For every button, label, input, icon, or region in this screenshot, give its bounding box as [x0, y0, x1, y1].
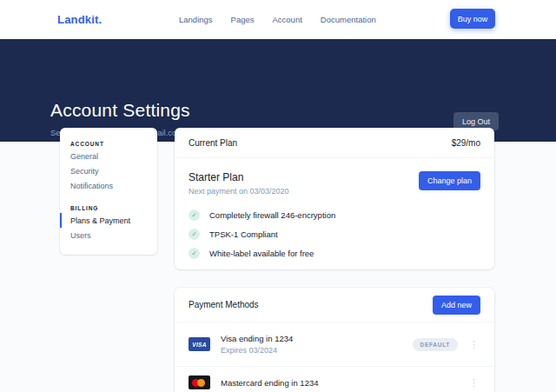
- nav-item-documentation[interactable]: Documentation: [321, 15, 376, 24]
- mastercard-logo: [189, 375, 210, 389]
- table-row: VISA Visa ending in 1234 Expires 03/2024…: [175, 322, 494, 367]
- nav-item-account[interactable]: Account: [273, 15, 302, 24]
- mastercard-orange-circle: [197, 379, 205, 387]
- sidebar-item-general[interactable]: General: [60, 149, 157, 163]
- current-plan-card: Current Plan $29/mo Starter Plan Next pa…: [175, 128, 494, 269]
- payment-methods-card: Payment Methods Add new VISA Visa ending…: [175, 288, 494, 392]
- page-title: Account Settings: [50, 100, 190, 121]
- table-row: Mastercard ending in 1234 ⋮: [175, 367, 494, 392]
- feature-label: Completely firewall 246-encryption: [209, 210, 335, 220]
- sidebar-item-plans-payment[interactable]: Plans & Payment: [60, 213, 157, 228]
- add-new-button[interactable]: Add new: [433, 296, 480, 315]
- feature-label: TPSK-1 Compliant: [209, 229, 278, 239]
- card-expiry: Expires 03/2024: [221, 346, 293, 355]
- check-circle-icon: ✓: [189, 209, 200, 221]
- buy-now-button[interactable]: Buy now: [450, 9, 495, 29]
- plan-summary-row: Starter Plan Next payment on 03/03/2020 …: [189, 171, 480, 196]
- sidebar-item-security[interactable]: Security: [60, 163, 157, 178]
- sidebar-heading-billing: BILLING: [60, 205, 157, 213]
- check-circle-icon: ✓: [189, 248, 200, 259]
- card-info: Mastercard ending in 1234: [221, 378, 319, 388]
- settings-sidebar: ACCOUNT General Security Notifications B…: [60, 128, 157, 255]
- plan-price: $29/mo: [452, 138, 480, 148]
- hero-banner: Account Settings Settings for dhgamache@…: [0, 39, 556, 142]
- visa-logo: VISA: [189, 337, 210, 351]
- brand-logo[interactable]: Landkit.: [57, 0, 102, 39]
- sidebar-item-users[interactable]: Users: [60, 228, 157, 243]
- list-item: ✓ TPSK-1 Compliant: [189, 229, 480, 240]
- card-actions: ⋮: [467, 376, 480, 389]
- payment-methods-header: Payment Methods Add new: [175, 288, 494, 322]
- current-plan-title: Current Plan: [189, 138, 237, 148]
- plan-features-list: ✓ Completely firewall 246-encryption ✓ T…: [189, 209, 480, 259]
- status-badge: DEFAULT: [413, 338, 458, 351]
- list-item: ✓ Completely firewall 246-encryption: [189, 209, 480, 221]
- payment-methods-title: Payment Methods: [189, 300, 259, 309]
- kebab-menu-icon[interactable]: ⋮: [467, 376, 480, 389]
- change-plan-button[interactable]: Change plan: [419, 171, 480, 190]
- navbar: Landkit. Landings Pages Account Document…: [0, 0, 556, 39]
- page: Landkit. Landings Pages Account Document…: [0, 0, 556, 392]
- current-plan-header: Current Plan $29/mo: [175, 128, 494, 158]
- card-title: Mastercard ending in 1234: [221, 378, 319, 388]
- feature-label: White-label available for free: [209, 249, 314, 258]
- kebab-menu-icon[interactable]: ⋮: [467, 338, 480, 351]
- plan-summary: Starter Plan Next payment on 03/03/2020: [189, 171, 289, 196]
- card-title: Visa ending in 1234: [221, 334, 293, 343]
- card-actions: DEFAULT ⋮: [413, 338, 480, 351]
- list-item: ✓ White-label available for free: [189, 248, 480, 259]
- sidebar-section-gap: [60, 193, 157, 205]
- next-payment-date: Next payment on 03/03/2020: [189, 187, 289, 196]
- plan-name: Starter Plan: [189, 171, 289, 183]
- nav-menu: Landings Pages Account Documentation: [179, 0, 376, 39]
- current-plan-body: Starter Plan Next payment on 03/03/2020 …: [175, 158, 494, 259]
- sidebar-item-notifications[interactable]: Notifications: [60, 178, 157, 193]
- nav-item-landings[interactable]: Landings: [179, 15, 213, 24]
- nav-item-pages[interactable]: Pages: [231, 15, 255, 24]
- card-info: Visa ending in 1234 Expires 03/2024: [221, 334, 293, 355]
- sidebar-heading-account: ACCOUNT: [60, 141, 157, 149]
- check-circle-icon: ✓: [189, 229, 200, 240]
